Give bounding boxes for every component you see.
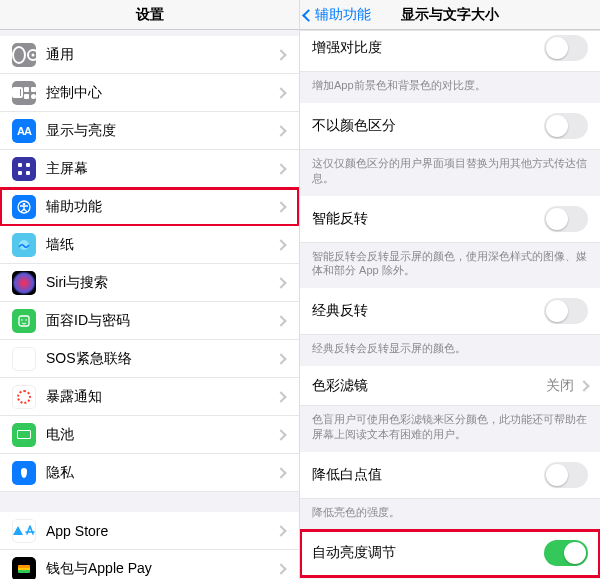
row-privacy[interactable]: 隐私 [0, 454, 299, 492]
svg-rect-5 [31, 94, 36, 99]
back-button[interactable]: 辅助功能 [304, 0, 371, 30]
chevron-right-icon [275, 467, 286, 478]
footer-reduce-white-point: 降低亮色的强度。 [300, 499, 600, 530]
row-label: 暴露通知 [46, 388, 102, 406]
row-label: 显示与亮度 [46, 122, 116, 140]
row-label: 墙纸 [46, 236, 74, 254]
footer-increase-contrast: 增加App前景色和背景色的对比度。 [300, 72, 600, 103]
row-label: 色彩滤镜 [312, 377, 368, 395]
row-auto-brightness[interactable]: 自动亮度调节 [300, 530, 600, 577]
row-app-store[interactable]: App Store [0, 512, 299, 550]
wallpaper-icon [12, 233, 36, 257]
svg-point-11 [23, 202, 26, 205]
row-label: 智能反转 [312, 210, 368, 228]
row-label: App Store [46, 523, 108, 539]
settings-title: 设置 [136, 6, 164, 24]
chevron-left-icon [302, 9, 315, 22]
svg-rect-2 [24, 87, 29, 92]
row-label: 电池 [46, 426, 74, 444]
svg-point-1 [32, 53, 35, 56]
detail-header: 辅助功能 显示与文字大小 [300, 0, 600, 30]
svg-point-14 [21, 319, 23, 321]
back-label: 辅助功能 [315, 6, 371, 24]
row-label: 辅助功能 [46, 198, 102, 216]
row-label: 经典反转 [312, 302, 368, 320]
app-store-icon [12, 519, 36, 543]
toggle-differentiate-without-color[interactable] [544, 113, 588, 139]
svg-rect-4 [24, 94, 29, 99]
row-face-id[interactable]: 面容ID与密码 [0, 302, 299, 340]
chevron-right-icon [275, 239, 286, 250]
footer-color-filters: 色盲用户可使用色彩滤镜来区分颜色，此功能还可帮助在屏幕上阅读文本有困难的用户。 [300, 406, 600, 452]
svg-rect-6 [18, 163, 22, 167]
row-siri-search[interactable]: Siri与搜索 [0, 264, 299, 302]
row-reduce-white-point[interactable]: 降低白点值 [300, 452, 600, 499]
row-battery[interactable]: 电池 [0, 416, 299, 454]
settings-group-2: App Store 钱包与Apple Pay [0, 512, 299, 579]
row-label: 隐私 [46, 464, 74, 482]
value-text: 关闭 [546, 377, 574, 395]
chevron-right-icon [275, 201, 286, 212]
chevron-right-icon [578, 380, 589, 391]
row-label: 钱包与Apple Pay [46, 560, 152, 578]
row-label: 通用 [46, 46, 74, 64]
row-color-filters[interactable]: 色彩滤镜 关闭 [300, 366, 600, 406]
row-value: 关闭 [546, 377, 588, 395]
row-label: 主屏幕 [46, 160, 88, 178]
footer-differentiate-without-color: 这仅仅颜色区分的用户界面项目替换为用其他方式传达信息。 [300, 150, 600, 196]
chevron-right-icon [275, 391, 286, 402]
row-display-brightness[interactable]: AA 显示与亮度 [0, 112, 299, 150]
row-differentiate-without-color[interactable]: 不以颜色区分 [300, 103, 600, 150]
chevron-right-icon [275, 353, 286, 364]
gear-icon [12, 43, 36, 67]
home-screen-icon [12, 157, 36, 181]
row-smart-invert[interactable]: 智能反转 [300, 196, 600, 243]
svg-point-15 [25, 319, 27, 321]
display-text-size-pane: 辅助功能 显示与文字大小 增强对比度 增加App前景色和背景色的对比度。 不以颜… [300, 0, 600, 579]
wallet-icon [12, 557, 36, 580]
row-control-center[interactable]: 控制中心 [0, 74, 299, 112]
row-general[interactable]: 通用 [0, 36, 299, 74]
settings-group-1: 通用 控制中心 AA 显示与亮度 主屏幕 辅助功能 墙纸 [0, 36, 299, 492]
svg-rect-7 [26, 163, 30, 167]
row-classic-invert[interactable]: 经典反转 [300, 288, 600, 335]
row-home-screen[interactable]: 主屏幕 [0, 150, 299, 188]
settings-header: 设置 [0, 0, 299, 30]
chevron-right-icon [275, 163, 286, 174]
row-label: Siri与搜索 [46, 274, 108, 292]
control-center-icon [12, 81, 36, 105]
display-icon: AA [12, 119, 36, 143]
row-exposure[interactable]: 暴露通知 [0, 378, 299, 416]
chevron-right-icon [275, 525, 286, 536]
svg-rect-9 [26, 171, 30, 175]
row-sos[interactable]: SOS SOS紧急联络 [0, 340, 299, 378]
toggle-increase-contrast[interactable] [544, 35, 588, 61]
siri-icon [12, 271, 36, 295]
row-label: 面容ID与密码 [46, 312, 130, 330]
toggle-smart-invert[interactable] [544, 206, 588, 232]
toggle-auto-brightness[interactable] [544, 540, 588, 566]
row-accessibility[interactable]: 辅助功能 [0, 188, 299, 226]
toggle-reduce-white-point[interactable] [544, 462, 588, 488]
exposure-icon [12, 385, 36, 409]
row-label: 自动亮度调节 [312, 544, 396, 562]
chevron-right-icon [275, 87, 286, 98]
chevron-right-icon [275, 429, 286, 440]
row-wallpaper[interactable]: 墙纸 [0, 226, 299, 264]
accessibility-icon [12, 195, 36, 219]
row-wallet[interactable]: 钱包与Apple Pay [0, 550, 299, 579]
battery-icon [12, 423, 36, 447]
chevron-right-icon [275, 563, 286, 574]
row-label: 不以颜色区分 [312, 117, 396, 135]
chevron-right-icon [275, 277, 286, 288]
svg-rect-8 [18, 171, 22, 175]
chevron-right-icon [275, 125, 286, 136]
row-increase-contrast[interactable]: 增强对比度 [300, 30, 600, 72]
row-label: SOS紧急联络 [46, 350, 132, 368]
toggle-classic-invert[interactable] [544, 298, 588, 324]
face-id-icon [12, 309, 36, 333]
row-label: 增强对比度 [312, 39, 382, 57]
row-label: 降低白点值 [312, 466, 382, 484]
footer-smart-invert: 智能反转会反转显示屏的颜色，使用深色样式的图像、媒体和部分 App 除外。 [300, 243, 600, 289]
sos-icon: SOS [12, 347, 36, 371]
